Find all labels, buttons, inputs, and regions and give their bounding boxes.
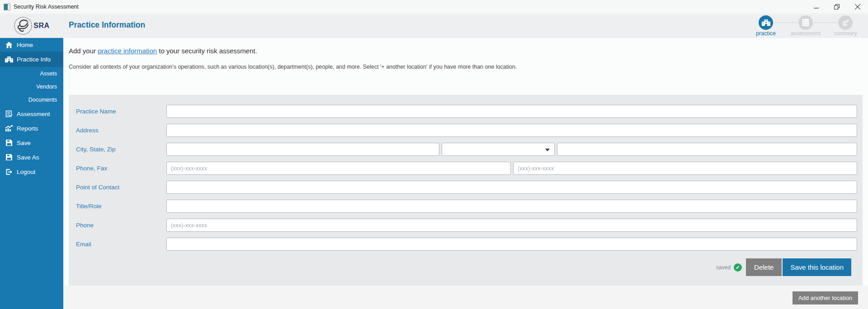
- check-icon: ✓: [734, 263, 742, 272]
- bottom-strip: [63, 286, 868, 309]
- window-titlebar: Security Risk Assessment: [0, 0, 868, 14]
- sidebar-item-documents[interactable]: Documents: [0, 93, 63, 106]
- phone-input[interactable]: [166, 162, 511, 175]
- practice-name-row: Practice Name: [76, 105, 857, 118]
- delete-button[interactable]: Delete: [746, 258, 782, 276]
- practice-name-label: Practice Name: [76, 108, 166, 115]
- sidebar-item-assessment[interactable]: Assessment: [0, 107, 63, 121]
- sidebar-item-save-as[interactable]: Save As: [0, 150, 63, 164]
- close-icon: [855, 4, 860, 9]
- assessment-icon: [5, 110, 13, 117]
- sidebar-item-label: Assessment: [17, 111, 50, 117]
- sidebar-item-label: Vendors: [36, 84, 57, 90]
- step-summary[interactable]: summary: [826, 15, 865, 37]
- chevron-down-icon: [545, 149, 550, 151]
- sidebar-item-label: Documents: [28, 97, 57, 103]
- sra-logo-text: SRA: [33, 22, 49, 30]
- title-role-row: Title/Role: [76, 200, 857, 213]
- sidebar-item-label: Logout: [17, 169, 35, 175]
- practice-name-input[interactable]: [166, 105, 857, 118]
- email-row: Email: [76, 238, 857, 251]
- address-input[interactable]: [166, 124, 857, 137]
- sidebar-item-label: Save As: [17, 154, 39, 161]
- hhs-seal-logo: [14, 16, 33, 35]
- city-input[interactable]: [166, 143, 439, 156]
- sidebar-item-label: Save: [17, 140, 31, 146]
- maximize-button[interactable]: [826, 0, 847, 14]
- practice-form-panel: Practice Name Address City, State, Zip P…: [69, 95, 863, 286]
- form-footer: saved ✓ Delete Save this location: [716, 258, 851, 276]
- sidebar: Home Practice Info Assets Vendors Docume…: [0, 38, 63, 309]
- practice-building-icon: [5, 56, 13, 63]
- page-title: Practice Information: [69, 20, 145, 30]
- intro-note: Consider all contexts of your organizati…: [69, 64, 517, 70]
- step-assessment-label: assessment: [791, 30, 821, 37]
- window-title: Security Risk Assessment: [14, 4, 79, 10]
- assessment-checklist-icon: [802, 19, 809, 27]
- fax-input[interactable]: [513, 162, 857, 175]
- summary-chart-icon: [841, 19, 849, 26]
- restore-icon: [834, 4, 840, 9]
- title-role-input[interactable]: [166, 200, 857, 213]
- save-as-icon: [5, 154, 13, 161]
- contact-phone-row: Phone: [76, 219, 857, 232]
- reports-icon: [5, 125, 13, 131]
- app-icon: [4, 4, 10, 10]
- sidebar-item-label: Assets: [40, 70, 57, 77]
- sidebar-item-label: Home: [17, 42, 33, 48]
- sidebar-item-reports[interactable]: Reports: [0, 122, 63, 135]
- home-icon: [5, 42, 13, 48]
- step-assessment[interactable]: assessment: [786, 15, 826, 37]
- state-select[interactable]: [442, 143, 555, 156]
- address-label: Address: [76, 127, 166, 134]
- title-role-label: Title/Role: [76, 203, 166, 210]
- city-state-zip-row: City, State, Zip: [76, 143, 857, 156]
- save-location-button[interactable]: Save this location: [783, 258, 851, 276]
- sidebar-item-assets[interactable]: Assets: [0, 67, 63, 80]
- saved-status: saved: [716, 264, 731, 271]
- intro-text: Add your practice information to your se…: [69, 47, 257, 55]
- zip-input[interactable]: [557, 143, 857, 156]
- practice-information-link[interactable]: practice information: [98, 47, 157, 55]
- sidebar-item-home[interactable]: Home: [0, 38, 63, 52]
- app-header: SRA Practice Information practice: [0, 14, 868, 38]
- email-input[interactable]: [166, 238, 857, 251]
- phone-fax-row: Phone, Fax: [76, 162, 857, 175]
- close-button[interactable]: [847, 0, 868, 14]
- address-row: Address: [76, 124, 857, 137]
- step-practice[interactable]: practice: [746, 15, 786, 37]
- point-of-contact-input[interactable]: [166, 181, 857, 194]
- phone-fax-label: Phone, Fax: [76, 165, 166, 172]
- practice-building-icon: [762, 19, 770, 26]
- point-of-contact-row: Point of Contact: [76, 181, 857, 194]
- step-practice-label: practice: [756, 30, 776, 37]
- logout-icon: [5, 169, 13, 175]
- contact-phone-input[interactable]: [166, 219, 857, 232]
- save-icon: [5, 139, 13, 146]
- main-content: Add your practice information to your se…: [63, 38, 868, 309]
- sidebar-item-label: Practice Info: [17, 56, 51, 63]
- step-indicator: practice assessment: [746, 15, 865, 37]
- minimize-button[interactable]: [806, 0, 826, 14]
- intro-prefix: Add your: [69, 47, 98, 55]
- intro-suffix: to your security risk assessment.: [157, 47, 257, 55]
- sidebar-item-save[interactable]: Save: [0, 136, 63, 150]
- app-logo: SRA: [0, 14, 63, 38]
- sidebar-item-logout[interactable]: Logout: [0, 165, 63, 178]
- add-location-button[interactable]: Add another location: [793, 291, 858, 304]
- sidebar-item-vendors[interactable]: Vendors: [0, 80, 63, 93]
- step-summary-label: summary: [834, 30, 857, 37]
- point-of-contact-label: Point of Contact: [76, 184, 166, 191]
- email-label: Email: [76, 241, 166, 248]
- city-state-zip-label: City, State, Zip: [76, 146, 166, 153]
- sidebar-item-practice-info[interactable]: Practice Info: [0, 52, 63, 67]
- contact-phone-label: Phone: [76, 222, 166, 229]
- sidebar-item-label: Reports: [17, 125, 38, 132]
- minimize-icon: [814, 5, 819, 9]
